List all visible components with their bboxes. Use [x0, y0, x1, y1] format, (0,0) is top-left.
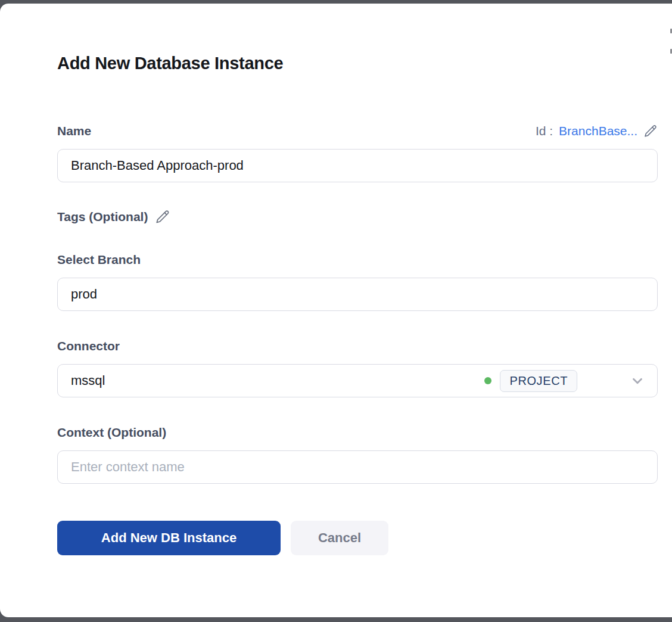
- name-label-row: Name Id : BranchBase...: [57, 123, 658, 139]
- branch-field: [57, 278, 658, 311]
- branch-input[interactable]: [58, 278, 646, 310]
- cancel-button[interactable]: Cancel: [291, 521, 388, 555]
- edit-tags-pencil-icon[interactable]: [155, 209, 170, 225]
- branch-label-row: Select Branch: [57, 252, 658, 268]
- context-input[interactable]: [58, 451, 646, 483]
- name-input[interactable]: [58, 150, 646, 182]
- context-label: Context (Optional): [57, 425, 166, 440]
- tags-label: Tags (Optional): [57, 209, 148, 225]
- connector-label-row: Connector: [57, 338, 658, 354]
- context-field: [57, 450, 658, 484]
- connector-field[interactable]: PROJECT: [57, 364, 658, 397]
- action-buttons-row: Add New DB Instance Cancel: [57, 521, 658, 555]
- connector-label: Connector: [57, 338, 120, 354]
- add-db-instance-modal: Add New Database Instance Name Id : Bran…: [0, 4, 672, 617]
- project-badge: PROJECT: [500, 370, 577, 392]
- name-field: [57, 149, 658, 182]
- context-label-row: Context (Optional): [57, 425, 658, 440]
- cropped-edge-artifact: [669, 29, 672, 54]
- status-dot-icon: [484, 377, 491, 384]
- tags-row: Tags (Optional): [57, 209, 658, 225]
- connector-input[interactable]: [58, 365, 484, 397]
- edit-id-pencil-icon[interactable]: [643, 124, 658, 138]
- page-title: Add New Database Instance: [57, 54, 658, 73]
- instance-id-link[interactable]: BranchBase...: [559, 124, 637, 138]
- add-db-instance-button[interactable]: Add New DB Instance: [57, 521, 281, 555]
- id-prefix-label: Id :: [536, 124, 553, 138]
- chevron-down-icon[interactable]: [630, 373, 645, 388]
- connector-adornments: PROJECT: [484, 370, 646, 392]
- branch-label: Select Branch: [57, 252, 141, 268]
- name-label: Name: [57, 123, 91, 139]
- instance-id-group: Id : BranchBase...: [536, 124, 658, 138]
